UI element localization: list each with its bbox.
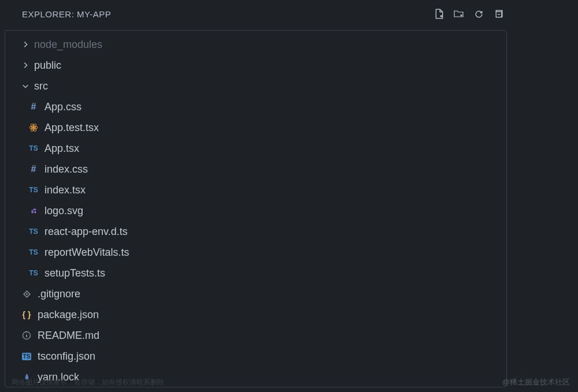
watermark-left: 网络图片仅供展示，若存储，如有侵权请联系删除 bbox=[12, 378, 164, 387]
folder-item[interactable]: public bbox=[5, 55, 506, 76]
info-icon bbox=[20, 331, 33, 340]
new-folder-icon[interactable] bbox=[454, 9, 464, 19]
json-icon: { } bbox=[20, 310, 33, 319]
file-item[interactable]: { }package.json bbox=[5, 304, 506, 325]
item-label: index.tsx bbox=[45, 184, 86, 196]
file-item[interactable]: TSreact-app-env.d.ts bbox=[5, 221, 506, 242]
item-label: README.md bbox=[38, 330, 99, 342]
item-label: package.json bbox=[38, 309, 99, 321]
file-item[interactable]: logo.svg bbox=[5, 200, 506, 221]
item-label: App.test.tsx bbox=[45, 122, 99, 134]
watermark-right: @稀土掘金技术社区 bbox=[502, 377, 570, 387]
typescript-icon: TS bbox=[27, 248, 40, 256]
css-icon: # bbox=[27, 164, 40, 174]
item-label: react-app-env.d.ts bbox=[45, 226, 128, 238]
file-item[interactable]: TSreportWebVitals.ts bbox=[5, 242, 506, 263]
collapse-all-icon[interactable] bbox=[493, 9, 503, 19]
tsconfig-icon: TS bbox=[20, 353, 33, 360]
item-label: src bbox=[34, 80, 48, 92]
item-label: reportWebVitals.ts bbox=[45, 247, 129, 259]
file-item[interactable]: #index.css bbox=[5, 159, 506, 180]
file-item[interactable]: TSApp.tsx bbox=[5, 138, 506, 159]
typescript-icon: TS bbox=[27, 144, 40, 152]
typescript-icon: TS bbox=[27, 186, 40, 194]
chevron-right-icon bbox=[20, 61, 31, 69]
file-item[interactable]: #App.css bbox=[5, 96, 506, 117]
folder-item[interactable]: node_modules bbox=[5, 34, 506, 55]
item-label: App.css bbox=[45, 101, 81, 113]
item-label: index.css bbox=[45, 163, 88, 176]
item-label: .gitignore bbox=[38, 288, 80, 300]
file-item[interactable]: TSsetupTests.ts bbox=[5, 263, 506, 283]
chevron-right-icon bbox=[20, 40, 31, 48]
file-item[interactable]: App.test.tsx bbox=[5, 117, 506, 138]
item-label: logo.svg bbox=[45, 205, 83, 217]
svg-icon bbox=[27, 207, 40, 215]
svg-rect-5 bbox=[33, 211, 34, 213]
file-item[interactable]: .gitignore bbox=[5, 283, 506, 304]
item-label: node_modules bbox=[34, 39, 102, 51]
folder-item[interactable]: src bbox=[5, 76, 506, 96]
explorer-header: EXPLORER: MY-APP bbox=[0, 0, 512, 28]
item-label: public bbox=[34, 59, 61, 72]
item-label: setupTests.ts bbox=[45, 267, 105, 279]
item-label: App.tsx bbox=[45, 143, 79, 155]
git-icon bbox=[20, 290, 33, 298]
item-label: tsconfig.json bbox=[38, 350, 95, 363]
typescript-icon: TS bbox=[27, 227, 40, 236]
explorer-title: EXPLORER: MY-APP bbox=[22, 9, 111, 19]
refresh-icon[interactable] bbox=[473, 9, 484, 19]
typescript-icon: TS bbox=[27, 269, 40, 277]
header-actions bbox=[434, 9, 503, 19]
svg-point-1 bbox=[33, 127, 35, 129]
svg-point-6 bbox=[26, 293, 28, 295]
new-file-icon[interactable] bbox=[434, 9, 444, 19]
chevron-down-icon bbox=[20, 82, 31, 90]
explorer-panel: EXPLORER: MY-APP bbox=[0, 0, 512, 392]
file-item[interactable]: TStsconfig.json bbox=[5, 346, 506, 367]
file-item[interactable]: TSindex.tsx bbox=[5, 180, 506, 200]
css-icon: # bbox=[27, 102, 40, 112]
file-tree: node_modules public src#App.css App.test… bbox=[5, 30, 507, 387]
react-icon bbox=[27, 123, 40, 132]
file-item[interactable]: README.md bbox=[5, 325, 506, 346]
